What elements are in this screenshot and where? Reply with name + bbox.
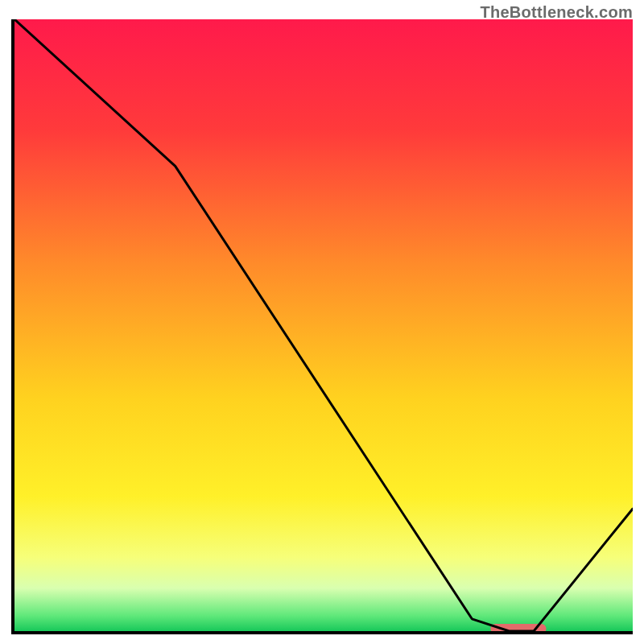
- chart-stage: TheBottleneck.com: [0, 0, 644, 644]
- chart-curve-layer: [14, 19, 633, 631]
- chart-curve: [14, 19, 633, 631]
- chart-plot-area: [11, 19, 633, 634]
